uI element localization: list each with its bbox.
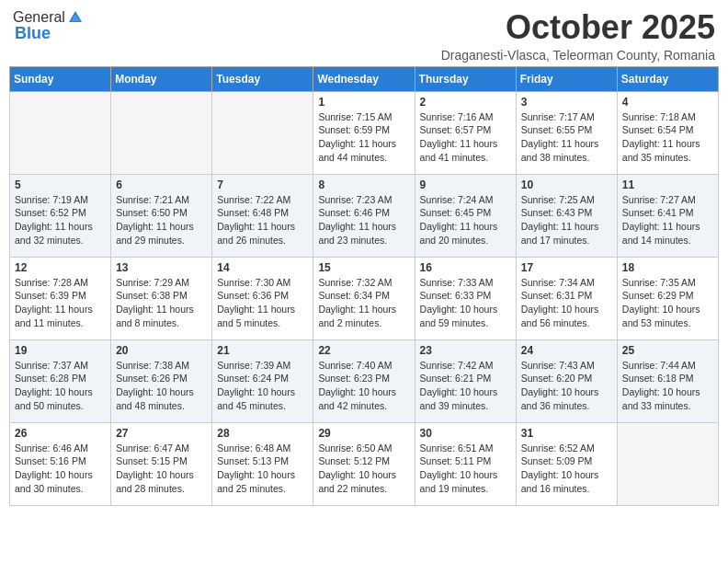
calendar-cell: 2Sunrise: 7:16 AM Sunset: 6:57 PM Daylig… [415,91,516,174]
day-number: 20 [116,344,207,357]
day-info: Sunrise: 7:42 AM Sunset: 6:21 PM Dayligh… [420,359,511,413]
day-number: 17 [521,261,612,274]
calendar-cell: 9Sunrise: 7:24 AM Sunset: 6:45 PM Daylig… [415,174,516,257]
day-number: 5 [15,178,106,191]
day-info: Sunrise: 6:52 AM Sunset: 5:09 PM Dayligh… [521,442,612,496]
calendar-body: 1Sunrise: 7:15 AM Sunset: 6:59 PM Daylig… [10,91,719,505]
day-info: Sunrise: 6:47 AM Sunset: 5:15 PM Dayligh… [116,442,207,496]
day-info: Sunrise: 7:30 AM Sunset: 6:36 PM Dayligh… [217,276,308,330]
calendar-cell: 14Sunrise: 7:30 AM Sunset: 6:36 PM Dayli… [212,257,313,339]
calendar-week-row: 5Sunrise: 7:19 AM Sunset: 6:52 PM Daylig… [10,174,719,257]
weekday-header-monday: Monday [111,66,212,91]
day-info: Sunrise: 7:38 AM Sunset: 6:26 PM Dayligh… [116,359,207,413]
day-info: Sunrise: 7:33 AM Sunset: 6:33 PM Dayligh… [420,276,511,330]
day-number: 10 [521,178,612,191]
calendar-cell: 23Sunrise: 7:42 AM Sunset: 6:21 PM Dayli… [415,339,516,422]
calendar-cell: 20Sunrise: 7:38 AM Sunset: 6:26 PM Dayli… [111,339,212,422]
calendar-cell: 21Sunrise: 7:39 AM Sunset: 6:24 PM Dayli… [212,339,313,422]
day-number: 12 [15,261,106,274]
day-info: Sunrise: 7:35 AM Sunset: 6:29 PM Dayligh… [622,276,713,330]
page-header: General Blue October 2025 Draganesti-Vla… [9,9,719,63]
calendar-table: SundayMondayTuesdayWednesdayThursdayFrid… [9,66,719,506]
day-number: 4 [622,96,713,109]
day-info: Sunrise: 7:39 AM Sunset: 6:24 PM Dayligh… [217,359,308,413]
location-subtitle: Draganesti-Vlasca, Teleorman County, Rom… [441,48,715,63]
day-number: 24 [521,344,612,357]
day-info: Sunrise: 7:17 AM Sunset: 6:55 PM Dayligh… [521,110,612,165]
day-number: 21 [217,344,308,357]
day-number: 27 [116,427,207,440]
day-info: Sunrise: 7:28 AM Sunset: 6:39 PM Dayligh… [15,276,106,330]
calendar-cell: 5Sunrise: 7:19 AM Sunset: 6:52 PM Daylig… [10,174,111,257]
logo: General Blue [13,9,84,43]
day-number: 23 [420,344,511,357]
day-number: 6 [116,178,207,191]
day-info: Sunrise: 7:25 AM Sunset: 6:43 PM Dayligh… [521,193,612,247]
day-number: 7 [217,178,308,191]
day-info: Sunrise: 7:22 AM Sunset: 6:48 PM Dayligh… [217,193,308,247]
weekday-header-sunday: Sunday [10,66,111,91]
calendar-cell: 3Sunrise: 7:17 AM Sunset: 6:55 PM Daylig… [516,91,617,174]
day-number: 31 [521,427,612,440]
day-number: 8 [318,178,409,191]
calendar-cell: 26Sunrise: 6:46 AM Sunset: 5:16 PM Dayli… [10,422,111,505]
calendar-cell: 19Sunrise: 7:37 AM Sunset: 6:28 PM Dayli… [10,339,111,422]
calendar-cell: 11Sunrise: 7:27 AM Sunset: 6:41 PM Dayli… [617,174,718,257]
calendar-cell: 15Sunrise: 7:32 AM Sunset: 6:34 PM Dayli… [313,257,415,339]
day-info: Sunrise: 7:34 AM Sunset: 6:31 PM Dayligh… [521,276,612,330]
day-number: 30 [420,427,511,440]
calendar-cell: 18Sunrise: 7:35 AM Sunset: 6:29 PM Dayli… [617,257,718,339]
day-number: 19 [15,344,106,357]
day-number: 13 [116,261,207,274]
calendar-cell: 16Sunrise: 7:33 AM Sunset: 6:33 PM Dayli… [415,257,516,339]
day-info: Sunrise: 7:15 AM Sunset: 6:59 PM Dayligh… [318,110,409,165]
calendar-cell: 1Sunrise: 7:15 AM Sunset: 6:59 PM Daylig… [313,91,415,174]
day-info: Sunrise: 7:32 AM Sunset: 6:34 PM Dayligh… [318,276,409,330]
calendar-cell: 22Sunrise: 7:40 AM Sunset: 6:23 PM Dayli… [313,339,415,422]
day-number: 28 [217,427,308,440]
calendar-cell: 27Sunrise: 6:47 AM Sunset: 5:15 PM Dayli… [111,422,212,505]
day-info: Sunrise: 6:51 AM Sunset: 5:11 PM Dayligh… [420,442,511,496]
calendar-cell: 13Sunrise: 7:29 AM Sunset: 6:38 PM Dayli… [111,257,212,339]
weekday-header-friday: Friday [516,66,617,91]
weekday-header-tuesday: Tuesday [212,66,313,91]
weekday-header-row: SundayMondayTuesdayWednesdayThursdayFrid… [10,66,719,91]
calendar-cell: 7Sunrise: 7:22 AM Sunset: 6:48 PM Daylig… [212,174,313,257]
day-number: 15 [318,261,409,274]
day-number: 9 [420,178,511,191]
day-info: Sunrise: 7:21 AM Sunset: 6:50 PM Dayligh… [116,193,207,247]
calendar-cell: 17Sunrise: 7:34 AM Sunset: 6:31 PM Dayli… [516,257,617,339]
month-title: October 2025 [441,9,715,46]
day-info: Sunrise: 7:40 AM Sunset: 6:23 PM Dayligh… [318,359,409,413]
calendar-week-row: 12Sunrise: 7:28 AM Sunset: 6:39 PM Dayli… [10,257,719,339]
logo-icon [67,9,84,26]
calendar-cell: 10Sunrise: 7:25 AM Sunset: 6:43 PM Dayli… [516,174,617,257]
weekday-header-thursday: Thursday [415,66,516,91]
calendar-cell: 25Sunrise: 7:44 AM Sunset: 6:18 PM Dayli… [617,339,718,422]
day-number: 26 [15,427,106,440]
day-info: Sunrise: 7:24 AM Sunset: 6:45 PM Dayligh… [420,193,511,247]
day-number: 25 [622,344,713,357]
title-section: October 2025 Draganesti-Vlasca, Teleorma… [441,9,715,63]
day-info: Sunrise: 6:46 AM Sunset: 5:16 PM Dayligh… [15,442,106,496]
logo-blue-text: Blue [15,24,51,43]
calendar-cell: 6Sunrise: 7:21 AM Sunset: 6:50 PM Daylig… [111,174,212,257]
calendar-cell: 4Sunrise: 7:18 AM Sunset: 6:54 PM Daylig… [617,91,718,174]
day-info: Sunrise: 7:18 AM Sunset: 6:54 PM Dayligh… [622,110,713,165]
calendar-cell [212,91,313,174]
weekday-header-saturday: Saturday [617,66,718,91]
day-number: 2 [420,96,511,109]
day-info: Sunrise: 7:37 AM Sunset: 6:28 PM Dayligh… [15,359,106,413]
calendar-week-row: 19Sunrise: 7:37 AM Sunset: 6:28 PM Dayli… [10,339,719,422]
weekday-header-wednesday: Wednesday [313,66,415,91]
day-number: 16 [420,261,511,274]
calendar-week-row: 26Sunrise: 6:46 AM Sunset: 5:16 PM Dayli… [10,422,719,505]
day-info: Sunrise: 7:43 AM Sunset: 6:20 PM Dayligh… [521,359,612,413]
day-info: Sunrise: 6:48 AM Sunset: 5:13 PM Dayligh… [217,442,308,496]
calendar-cell: 31Sunrise: 6:52 AM Sunset: 5:09 PM Dayli… [516,422,617,505]
day-number: 11 [622,178,713,191]
day-info: Sunrise: 7:16 AM Sunset: 6:57 PM Dayligh… [420,110,511,165]
day-number: 1 [318,96,409,109]
calendar-cell: 28Sunrise: 6:48 AM Sunset: 5:13 PM Dayli… [212,422,313,505]
day-info: Sunrise: 7:23 AM Sunset: 6:46 PM Dayligh… [318,193,409,247]
